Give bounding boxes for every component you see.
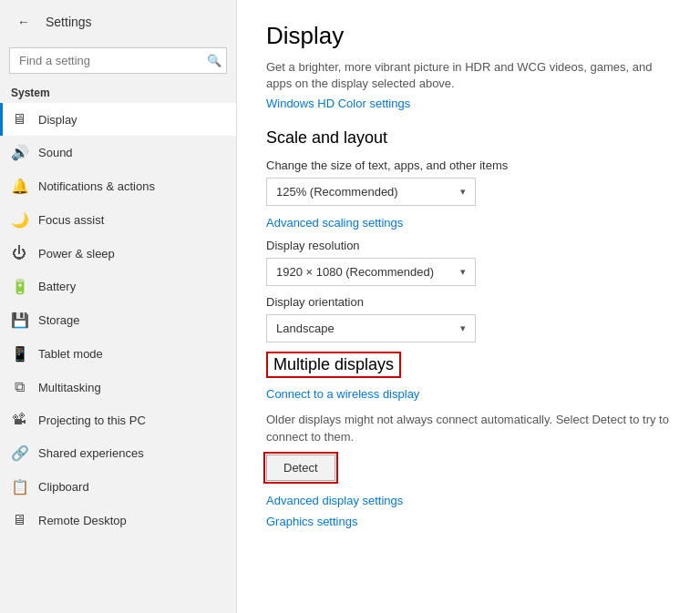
orientation-label: Display orientation — [266, 295, 671, 309]
sidebar-item-label: Shared experiences — [38, 446, 144, 460]
bottom-links: Advanced display settings Graphics setti… — [266, 494, 671, 528]
nav-items: 🖥 Display 🔊 Sound 🔔 Notifications & acti… — [0, 103, 236, 613]
sidebar: ← Settings 🔍 System 🖥 Display 🔊 Sound 🔔 … — [0, 0, 237, 613]
focus-icon: 🌙 — [11, 211, 27, 229]
sidebar-item-notifications[interactable]: 🔔 Notifications & actions — [0, 169, 236, 203]
sidebar-item-power[interactable]: ⏻ Power & sleep — [0, 237, 236, 270]
system-section-label: System — [0, 81, 236, 103]
projecting-icon: 📽 — [11, 412, 27, 428]
sidebar-item-label: Power & sleep — [38, 247, 115, 261]
search-box: 🔍 — [9, 47, 227, 74]
sidebar-header: ← Settings — [0, 0, 236, 44]
remote-icon: 🖥 — [11, 512, 27, 528]
multiple-displays-section: Multiple displays Connect to a wireless … — [266, 352, 671, 480]
sidebar-item-clipboard[interactable]: 📋 Clipboard — [0, 470, 236, 504]
sidebar-item-remote[interactable]: 🖥 Remote Desktop — [0, 504, 236, 536]
sidebar-item-multitasking[interactable]: ⧉ Multitasking — [0, 371, 236, 404]
sidebar-item-label: Notifications & actions — [38, 179, 155, 193]
main-content: Display Get a brighter, more vibrant pic… — [237, 0, 700, 613]
graphics-link[interactable]: Graphics settings — [266, 515, 671, 528]
sidebar-item-label: Focus assist — [38, 213, 104, 227]
resolution-label: Display resolution — [266, 239, 671, 252]
sidebar-item-storage[interactable]: 💾 Storage — [0, 303, 236, 337]
advanced-display-link[interactable]: Advanced display settings — [266, 494, 671, 507]
orientation-value: Landscape — [276, 322, 335, 335]
sidebar-item-focus[interactable]: 🌙 Focus assist — [0, 203, 236, 237]
sidebar-item-label: Multitasking — [38, 381, 101, 394]
hdr-description: Get a brighter, more vibrant picture in … — [266, 59, 671, 92]
search-icon[interactable]: 🔍 — [207, 54, 221, 67]
multiple-displays-title: Multiple displays — [266, 352, 401, 378]
hdr-link[interactable]: Windows HD Color settings — [266, 97, 410, 110]
settings-title: Settings — [46, 15, 92, 29]
multitasking-icon: ⧉ — [11, 379, 27, 395]
sidebar-item-shared[interactable]: 🔗 Shared experiences — [0, 436, 236, 470]
sidebar-item-label: Storage — [38, 313, 80, 327]
chevron-down-icon: ▾ — [460, 266, 466, 278]
sidebar-item-battery[interactable]: 🔋 Battery — [0, 270, 236, 303]
sidebar-item-label: Sound — [38, 146, 73, 159]
detect-description: Older displays might not always connect … — [266, 412, 671, 444]
sidebar-item-display[interactable]: 🖥 Display — [0, 103, 236, 136]
advanced-scaling-link[interactable]: Advanced scaling settings — [266, 216, 403, 230]
sidebar-item-sound[interactable]: 🔊 Sound — [0, 136, 236, 169]
scale-value: 125% (Recommended) — [276, 185, 398, 199]
detect-button[interactable]: Detect — [266, 455, 335, 481]
battery-icon: 🔋 — [11, 278, 27, 295]
sidebar-item-label: Remote Desktop — [38, 514, 127, 527]
scale-label: Change the size of text, apps, and other… — [266, 158, 671, 172]
orientation-dropdown[interactable]: Landscape ▾ — [266, 314, 476, 342]
storage-icon: 💾 — [11, 312, 27, 329]
chevron-down-icon: ▾ — [460, 322, 466, 334]
notifications-icon: 🔔 — [11, 178, 27, 195]
sidebar-item-label: Display — [38, 113, 77, 127]
sidebar-item-label: Tablet mode — [38, 347, 103, 361]
connect-wireless-link[interactable]: Connect to a wireless display — [266, 387, 671, 401]
sidebar-item-tablet[interactable]: 📱 Tablet mode — [0, 337, 236, 371]
sidebar-item-label: Clipboard — [38, 480, 89, 494]
page-title: Display — [266, 22, 671, 50]
tablet-icon: 📱 — [11, 345, 27, 363]
resolution-value: 1920 × 1080 (Recommended) — [276, 265, 434, 279]
clipboard-icon: 📋 — [11, 478, 27, 496]
resolution-dropdown[interactable]: 1920 × 1080 (Recommended) ▾ — [266, 258, 476, 286]
display-icon: 🖥 — [11, 111, 27, 128]
chevron-down-icon: ▾ — [460, 186, 466, 198]
shared-icon: 🔗 — [11, 444, 27, 462]
sidebar-item-projecting[interactable]: 📽 Projecting to this PC — [0, 404, 236, 436]
scale-dropdown[interactable]: 125% (Recommended) ▾ — [266, 178, 476, 206]
sidebar-item-label: Battery — [38, 280, 76, 293]
search-input[interactable] — [9, 47, 227, 74]
back-button[interactable]: ← — [11, 9, 36, 35]
power-icon: ⏻ — [11, 245, 27, 261]
scale-layout-heading: Scale and layout — [266, 128, 671, 148]
sound-icon: 🔊 — [11, 144, 27, 161]
sidebar-item-label: Projecting to this PC — [38, 414, 146, 427]
